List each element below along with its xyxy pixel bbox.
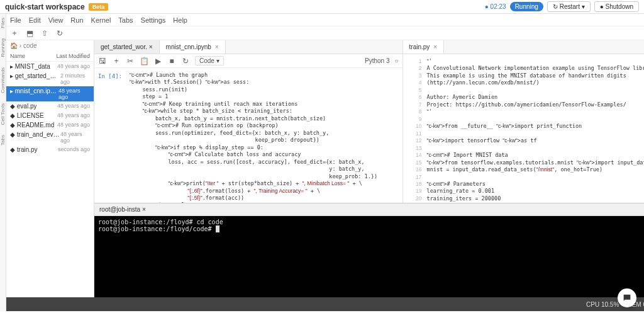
sidestrip-celltools[interactable]: Cell Tools	[0, 103, 6, 125]
file-row[interactable]: ◆ train_and_eval.py48 years ago	[6, 130, 94, 145]
time-info: ● 02:23	[485, 3, 506, 10]
paste-icon[interactable]: 📋	[140, 57, 148, 66]
save-icon[interactable]: 🖫	[98, 57, 107, 66]
file-row[interactable]: ◆ README.md48 years ago	[6, 120, 94, 130]
tab-train-py[interactable]: train.py×	[403, 40, 445, 54]
kernel-name: Python 3	[365, 57, 389, 64]
file-row[interactable]: ◆ train.pyseconds ago	[6, 145, 94, 154]
editor-tabs: train.py×	[403, 40, 644, 54]
menu-edit[interactable]: Edit	[29, 16, 41, 24]
top-controls: ● 02:23 Running ↻ Restart ▾ ● Shutdown	[485, 1, 639, 12]
workspace-title: quick-start workspace	[5, 3, 85, 11]
terminal[interactable]: root@job-instance:/floyd# cd code root@j…	[94, 216, 644, 297]
terminal-tab[interactable]: root@job-insta ×	[94, 203, 644, 216]
stop-icon[interactable]: ■	[167, 57, 176, 66]
breadcrumb[interactable]: 🏠 › code	[6, 40, 94, 51]
menu-run[interactable]: Run	[70, 16, 83, 24]
file-browser: 🏠 › code Name Last Modified ▸ MNIST_data…	[6, 40, 94, 297]
notebook-code-cell[interactable]: "c-cmt"># Launch the graph "c-kw">with t…	[125, 68, 402, 203]
close-icon[interactable]: ×	[433, 43, 437, 50]
newfolder-icon[interactable]: ⬒	[25, 29, 34, 38]
editor-pane: train.py× 1''' 2A Convolutional Network …	[403, 40, 644, 203]
sidestrip-files[interactable]: Files	[0, 18, 6, 28]
restart-kernel-icon[interactable]: ↻	[181, 57, 190, 66]
sidestrip-tabs[interactable]: Tabs	[0, 135, 6, 145]
shutdown-button[interactable]: ● Shutdown	[594, 1, 639, 12]
tab-get-started[interactable]: get_started_wor. ×	[94, 40, 160, 54]
topbar: quick-start workspace Beta ● 02:23 Runni…	[0, 0, 644, 14]
upload-icon[interactable]: ⇧	[40, 29, 49, 38]
cell-type-select[interactable]: Code ▾	[195, 56, 224, 66]
menubar: File Edit View Run Kernel Tabs Settings …	[6, 14, 644, 26]
col-name[interactable]: Name	[10, 53, 25, 59]
file-row[interactable]: ▸ get_started_workspace...2 minutes ago	[6, 71, 94, 86]
chat-icon[interactable]	[618, 288, 636, 307]
code-editor[interactable]: 1''' 2A Convolutional Network implementa…	[403, 54, 644, 203]
left-sidestrip: Files Running Commands Cell Tools Tabs	[0, 14, 6, 311]
menu-help[interactable]: Help	[173, 16, 187, 24]
tab-mnist-cnn[interactable]: mnist_cnn.ipynb×	[160, 40, 226, 54]
running-pill[interactable]: Running	[510, 2, 543, 11]
menu-settings[interactable]: Settings	[141, 16, 166, 24]
cell-in-label: In [4]:	[98, 73, 122, 79]
file-row[interactable]: ▸ MNIST_data48 years ago	[6, 62, 94, 71]
close-icon[interactable]: ×	[215, 43, 219, 50]
toolbar: + ⬒ ⇧ ↻	[6, 26, 644, 40]
file-row[interactable]: ▸ mnist_cnn.ipynb48 years ago	[6, 86, 94, 101]
notebook-pane: get_started_wor. × mnist_cnn.ipynb× 🖫 + …	[94, 40, 403, 203]
cut-icon[interactable]: ✂	[126, 57, 135, 66]
cpu-stat: CPU 10.5%	[586, 301, 619, 308]
notebook-toolbar: 🖫 + ✂ 📋 ▶ ■ ↻ Code ▾ Python 3 ○	[94, 54, 402, 68]
menu-view[interactable]: View	[48, 16, 64, 24]
beta-badge: Beta	[89, 3, 109, 11]
restart-button[interactable]: ↻ Restart ▾	[547, 1, 591, 12]
run-icon[interactable]: ▶	[153, 57, 162, 66]
add-cell-icon[interactable]: +	[112, 57, 121, 66]
menu-file[interactable]: File	[10, 16, 21, 24]
menu-tabs[interactable]: Tabs	[118, 16, 133, 24]
col-modified[interactable]: Last Modified	[56, 53, 90, 59]
file-row[interactable]: ◆ eval.py48 years ago	[6, 101, 94, 111]
menu-kernel[interactable]: Kernel	[91, 16, 111, 24]
sidestrip-running[interactable]: Running	[0, 38, 6, 57]
refresh-icon[interactable]: ↻	[55, 29, 64, 38]
terminal-panel: root@job-insta × root@job-instance:/floy…	[94, 203, 644, 297]
sidestrip-commands[interactable]: Commands	[0, 67, 6, 93]
kernel-status-icon: ○	[395, 57, 399, 64]
new-icon[interactable]: +	[10, 29, 19, 38]
notebook-tabs: get_started_wor. × mnist_cnn.ipynb×	[94, 40, 402, 54]
status-bar: CPU 10.5% MEM 6.4% DISK 3%	[6, 297, 644, 311]
file-row[interactable]: ◆ LICENSE48 years ago	[6, 111, 94, 120]
